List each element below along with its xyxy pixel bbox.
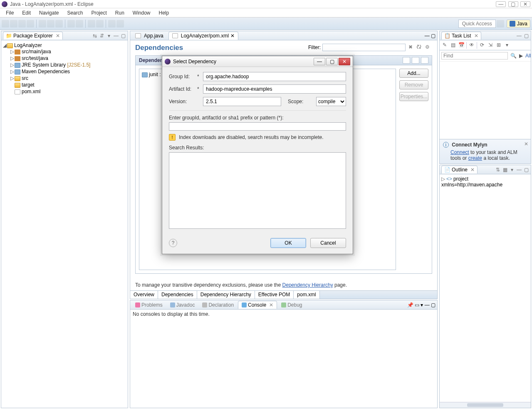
menu-edit[interactable]: Edit [18,9,35,17]
cancel-button[interactable]: Cancel [310,238,346,248]
minimize-editor-icon[interactable]: — [425,33,430,39]
menu-icon[interactable]: ▾ [504,42,510,49]
artifact-id-input[interactable] [203,84,346,94]
new-task-icon[interactable]: ✎ [441,42,448,49]
focus-icon[interactable]: 👁 [468,42,475,49]
view-menu-icon[interactable]: ▾ [106,33,112,39]
task-list-tab[interactable]: 📋Task List✕ [441,32,481,40]
close-icon[interactable]: ✕ [230,33,235,39]
all-link[interactable]: All [525,53,531,59]
dialog-titlebar[interactable]: Select Dependency — ▢ ✕ [162,56,353,67]
close-icon[interactable]: ✕ [269,302,273,308]
find-input[interactable] [441,52,508,59]
connect-link[interactable]: Connect [450,149,469,155]
maximize-view-icon[interactable]: ▢ [523,33,529,39]
back-icon[interactable] [108,20,116,27]
javadoc-tab[interactable]: Javadoc [167,301,198,309]
minimize-view-icon[interactable]: — [516,33,522,39]
debug-icon[interactable] [39,20,46,27]
problems-tab[interactable]: Problems [132,301,166,309]
pom-tab-overview[interactable]: Overview [130,291,158,299]
pom-tab-dependencies[interactable]: Dependencies [158,291,197,299]
dependency-hierarchy-link[interactable]: Dependency Hierarchy [282,282,333,288]
search-icon[interactable]: 🔍 [510,53,517,59]
editor-tab-pomxml[interactable]: LogAnalyzer/pom.xml✕ [168,32,238,40]
minimize-icon[interactable]: — [496,1,506,7]
open-perspective-icon[interactable] [497,20,504,27]
categorize-icon[interactable]: ▤ [450,42,456,49]
open-console-icon[interactable]: ▾ [421,302,423,308]
expand-icon[interactable]: ▷ [10,49,15,55]
menu-search[interactable]: Search [63,9,87,17]
close-icon[interactable]: ✕ [339,58,350,65]
menu-navigate[interactable]: Navigate [35,9,63,17]
ok-button[interactable]: OK [270,238,306,248]
minimize-icon[interactable]: — [314,58,325,65]
search-input[interactable] [169,122,346,131]
settings-icon[interactable]: ⚙ [424,44,431,51]
collapse-icon[interactable]: ⇲ [487,42,494,49]
expand-icon[interactable] [421,57,428,64]
project-node[interactable]: LogAnalyzer [14,42,42,48]
close-icon[interactable]: ✕ [470,167,475,173]
sort-icon[interactable] [403,57,410,64]
menu-icon[interactable]: ▾ [509,167,515,173]
forward-icon[interactable] [116,20,124,27]
close-icon[interactable]: ✕ [56,33,60,39]
tree-item[interactable]: src [22,75,28,81]
menu-project[interactable]: Project [87,9,111,17]
tree-item[interactable]: Maven Dependencies [22,69,70,74]
tree-item[interactable]: JRE System Library [J2SE-1.5] [22,62,90,68]
save-all-icon[interactable] [18,20,26,27]
sort-icon[interactable]: ⇅ [495,167,501,173]
expand-icon[interactable]: ▷ [441,176,446,182]
pom-tab-effective[interactable]: Effective POM [255,291,294,299]
pin-console-icon[interactable]: 📌 [407,302,413,308]
search-icon[interactable] [96,20,104,27]
new-icon[interactable] [2,20,9,27]
add-button[interactable]: Add... [399,69,428,78]
properties-button[interactable]: Properties... [399,92,428,101]
tree-item[interactable]: src/main/java [22,49,51,55]
maximize-view-icon[interactable]: ▢ [120,33,126,39]
quick-access-input[interactable] [458,20,496,28]
minimize-view-icon[interactable]: — [113,33,119,39]
save-icon[interactable] [10,20,17,27]
maximize-icon[interactable]: ▢ [508,1,518,7]
close-icon[interactable]: ✕ [474,33,478,39]
print-icon[interactable] [27,20,34,27]
collapse-all-icon[interactable]: ⇆ [92,33,98,39]
maximize-view-icon[interactable]: ▢ [523,167,529,173]
new-class-icon[interactable] [67,20,75,27]
outline-tree[interactable]: ▷<>project xmlns=http://maven.apache [440,174,531,402]
maximize-icon[interactable]: ▢ [326,58,338,65]
run-icon[interactable] [47,20,54,27]
expand-icon[interactable]: ◢ [2,42,7,48]
create-link[interactable]: create [468,155,482,161]
pom-tab-xml[interactable]: pom.xml [294,291,319,299]
version-input[interactable] [203,97,281,106]
scope-select[interactable]: compile [316,97,346,106]
expand-icon[interactable]: ▷ [10,55,15,61]
tree-item[interactable]: pom.xml [22,89,40,94]
menu-window[interactable]: Window [129,9,155,17]
package-explorer-tab[interactable]: 📁 Package Explorer ✕ [3,32,63,40]
menu-file[interactable]: File [2,9,18,17]
console-tab[interactable]: Console✕ [238,301,277,309]
declaration-tab[interactable]: Declaration [199,301,237,309]
minimize-view-icon[interactable]: — [425,302,430,308]
menu-run[interactable]: Run [111,9,129,17]
editor-tab-appjava[interactable]: App.java [132,32,167,40]
maximize-editor-icon[interactable]: ▢ [431,33,435,39]
chevron-right-icon[interactable]: ▶ [519,53,523,59]
maximize-view-icon[interactable]: ▢ [431,302,435,308]
expand-icon[interactable]: ▷ [10,75,15,81]
link-editor-icon[interactable]: ⇵ [99,33,105,39]
menu-help[interactable]: Help [155,9,173,17]
outline-tab[interactable]: 📄Outline✕ [441,166,478,174]
refresh-icon[interactable]: 🗘 [416,44,422,51]
expand-icon[interactable]: ▷ [10,62,15,68]
coverage-icon[interactable] [55,20,63,27]
hide-icon[interactable]: ⊞ [495,42,502,49]
sync-icon[interactable]: ⟳ [479,42,485,49]
